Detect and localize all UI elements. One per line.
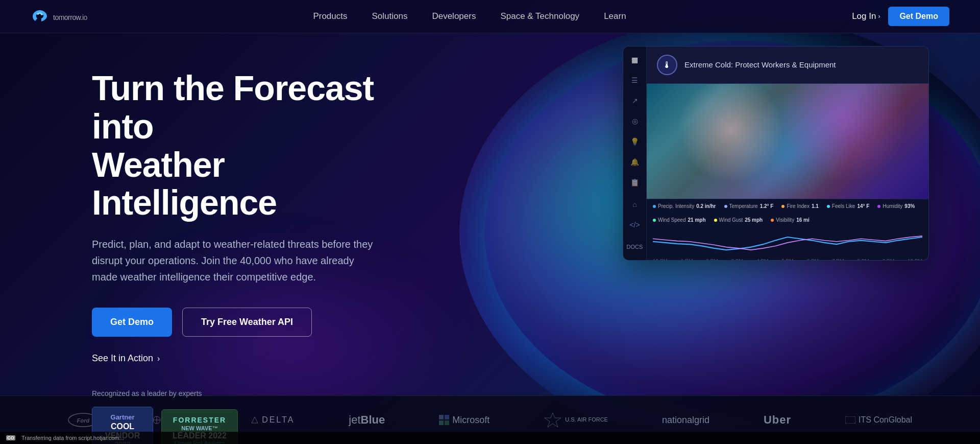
svg-rect-8 — [439, 420, 444, 425]
metric-feels: Feels Like 14° F — [827, 203, 870, 209]
hero-content: Turn the Forecast into Weather Intellige… — [0, 33, 398, 444]
get-demo-button[interactable]: Get Demo — [92, 308, 172, 337]
nav-products[interactable]: Products — [313, 11, 347, 21]
nav-learn[interactable]: Learn — [604, 11, 626, 21]
metric-precip: Precip. Intensity 0.2 in/hr — [653, 203, 716, 209]
status-icon: CO — [6, 435, 15, 440]
sidebar-code-icon[interactable]: </> — [629, 219, 641, 231]
metric-temp: Temperature 1.2° F — [724, 203, 774, 209]
see-action-link[interactable]: See It in Action › — [92, 353, 398, 364]
nav-space-tech[interactable]: Space & Technology — [500, 11, 579, 21]
metric-wind-gust: Wind Gust 25 mph — [714, 217, 763, 223]
metric-visibility: Visibility 16 mi — [771, 217, 810, 223]
sidebar-map-icon[interactable]: ▦ — [629, 54, 641, 66]
sidebar-list-icon[interactable]: ☰ — [629, 74, 641, 86]
weather-chart: Precip. Intensity 0.2 in/hr Temperature … — [647, 199, 928, 260]
sidebar-insights-icon[interactable]: 💡 — [629, 135, 641, 148]
nav-links: Products Solutions Developers Space & Te… — [313, 11, 626, 21]
chart-labels: Precip. Intensity 0.2 in/hr Temperature … — [653, 203, 922, 223]
alert-text: Extreme Cold: Protect Workers & Equipmen… — [684, 60, 836, 70]
free-api-button[interactable]: Try Free Weather API — [182, 308, 312, 337]
hero-subtitle: Predict, plan, and adapt to weather-rela… — [92, 236, 378, 285]
alert-icon: 🌡 — [657, 55, 677, 75]
logo-text: tomorrow.io — [53, 10, 87, 23]
status-bar: CO Transferring data from script.hotjar.… — [0, 432, 980, 444]
sidebar-docs-label[interactable]: DOCS — [629, 241, 641, 253]
login-button[interactable]: Log In › — [852, 11, 880, 21]
sidebar-home-icon[interactable]: ⌂ — [629, 198, 641, 211]
see-action-arrow-icon: › — [157, 354, 160, 363]
svg-rect-10 — [845, 416, 855, 424]
metric-humidity: Humidity 93% — [877, 203, 915, 209]
sidebar-alerts-icon[interactable]: 🔔 — [629, 156, 641, 168]
nav-solutions[interactable]: Solutions — [372, 11, 408, 21]
svg-rect-6 — [439, 415, 444, 419]
svg-rect-9 — [445, 420, 449, 425]
logo-airforce: U.S. AIR FORCE — [544, 411, 608, 429]
logo-microsoft: Microsoft — [439, 415, 489, 426]
sidebar-chart-icon[interactable]: ↗ — [629, 95, 641, 107]
nav-developers[interactable]: Developers — [432, 11, 476, 21]
widget-sidebar: ▦ ☰ ↗ ◎ 💡 🔔 📋 ⌂ </> DOCS — [623, 46, 647, 260]
chart-svg — [653, 225, 922, 255]
metric-fire: Fire Index 1.1 — [781, 203, 818, 209]
hero-section: Turn the Forecast into Weather Intellige… — [0, 0, 980, 444]
logo-nationalgrid: nationalgrid — [662, 415, 709, 426]
hero-buttons: Get Demo Try Free Weather API — [92, 308, 398, 337]
nav-get-demo-button[interactable]: Get Demo — [888, 7, 949, 26]
logo-its: ITS ConGlobal — [845, 415, 912, 425]
login-arrow-icon: › — [878, 13, 880, 20]
logo[interactable]: tomorrow.io — [31, 7, 87, 26]
alert-banner: 🌡 Extreme Cold: Protect Workers & Equipm… — [647, 46, 928, 84]
dashboard-widget: ▦ ☰ ↗ ◎ 💡 🔔 📋 ⌂ </> DOCS 🌡 Extreme Cold:… — [623, 46, 929, 261]
hero-title: Turn the Forecast into Weather Intellige… — [92, 69, 398, 222]
sidebar-notes-icon[interactable]: 📋 — [629, 176, 641, 189]
chart-times: 12 PM1 PM2 PM3 PM4 PM 5 PM6 PM7 PM8 PM9 … — [653, 259, 922, 261]
svg-rect-7 — [445, 415, 449, 419]
sidebar-location-icon[interactable]: ◎ — [629, 115, 641, 127]
widget-main: 🌡 Extreme Cold: Protect Workers & Equipm… — [647, 46, 928, 260]
metric-wind-speed: Wind Speed 21 mph — [653, 217, 706, 223]
weather-map[interactable] — [647, 84, 928, 199]
nav-right: Log In › Get Demo — [852, 7, 949, 26]
logo-uber: Uber — [764, 413, 791, 427]
navigation: tomorrow.io Products Solutions Developer… — [0, 0, 980, 33]
recognized-label: Recognized as a leader by experts — [92, 389, 398, 398]
status-text: Transferring data from script.hotjar.com… — [21, 435, 124, 441]
